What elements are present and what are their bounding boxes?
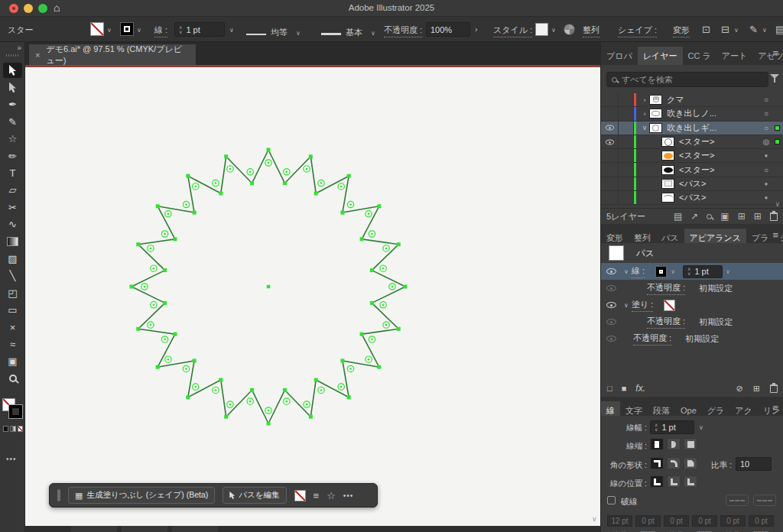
dock-top-tab-0[interactable]: プロパ [601, 47, 638, 65]
anchor-point[interactable] [314, 378, 318, 382]
stroke-panel-menu-icon[interactable]: ≡ [772, 402, 778, 414]
lock-toggle[interactable] [619, 149, 634, 162]
expand-chevron-icon[interactable]: › [640, 96, 649, 104]
opacity-value[interactable]: 初期設定 [699, 283, 733, 294]
miter-limit-value[interactable]: 10 [740, 459, 749, 469]
anchor-point[interactable] [360, 237, 364, 241]
lock-toggle[interactable] [619, 122, 634, 135]
join-miter-button[interactable] [650, 457, 664, 469]
anchor-point[interactable] [283, 181, 287, 185]
opacity-value[interactable]: 100% [430, 25, 452, 34]
stepper-icon[interactable]: ∧∨ [179, 25, 182, 34]
align-label[interactable]: 整列 [583, 24, 599, 37]
canvas[interactable] [25, 67, 600, 526]
stroke-width-chevron-icon[interactable]: ∨ [699, 424, 703, 431]
artboard-tool[interactable]: ▭ [3, 303, 22, 318]
add-stroke-icon[interactable]: □ [607, 384, 612, 393]
select-similar-chevron-icon[interactable]: ∨ [734, 27, 739, 34]
anchor-point[interactable] [130, 285, 134, 289]
select-similar-icon[interactable]: ⊟ [721, 24, 729, 35]
fill-swatch[interactable] [664, 300, 675, 311]
fill-stroke-proxy[interactable] [2, 398, 24, 421]
cap-butt-button[interactable] [650, 438, 664, 450]
dock-top-tab-2[interactable]: CC ラ [683, 47, 716, 65]
anchor-point[interactable] [156, 204, 160, 208]
expand-chevron-icon[interactable]: › [640, 110, 649, 118]
visibility-toggle[interactable] [601, 122, 619, 135]
cap-projecting-button[interactable] [684, 438, 697, 450]
brush-dropdown[interactable]: 基本 ∨ [321, 27, 375, 38]
anchor-point[interactable] [314, 191, 318, 195]
visibility-toggle[interactable] [601, 191, 619, 204]
anchor-point[interactable] [340, 211, 344, 215]
paintbrush-tool[interactable]: ✏ [3, 148, 22, 164]
curvature-tool[interactable]: ✎ [3, 114, 22, 129]
appearance-panel-menu-icon[interactable]: ≡ [772, 229, 778, 241]
align-outside-button[interactable] [684, 475, 697, 488]
lock-toggle[interactable] [619, 177, 634, 190]
visibility-toggle[interactable] [601, 302, 621, 308]
anchor-point[interactable] [283, 388, 287, 392]
width-tool[interactable]: × [3, 320, 22, 335]
anchor-point[interactable] [347, 174, 351, 178]
lock-toggle[interactable] [619, 93, 634, 106]
live-paint-bucket-tool[interactable]: ▣ [3, 354, 22, 369]
fill-label[interactable]: 塗り : [632, 299, 653, 312]
add-fill-icon[interactable]: ■ [622, 384, 627, 393]
dash-field-1[interactable]: 0 pt [635, 515, 661, 527]
stroke-proxy-swatch[interactable] [9, 405, 22, 418]
anchor-point[interactable] [163, 268, 167, 272]
dashed-line-checkbox[interactable] [607, 496, 616, 504]
style-swatch[interactable] [535, 23, 548, 36]
duplicate-item-icon[interactable]: ⊞ [753, 384, 760, 394]
anchor-point[interactable] [186, 174, 190, 178]
stepper-icon[interactable]: ∧∨ [687, 267, 690, 276]
target-indicator-icon[interactable]: ○ [760, 166, 772, 174]
scissors-tool[interactable]: ✂ [3, 200, 22, 215]
gradient-tool[interactable] [3, 234, 22, 249]
width-profile-value[interactable]: 均等 [271, 28, 288, 37]
anchor-point[interactable] [397, 327, 401, 331]
star-options-icon[interactable]: ☆ [327, 490, 336, 501]
pen-tool[interactable]: ✒ [3, 97, 22, 112]
target-indicator-icon[interactable]: ◎ [760, 138, 772, 146]
stroke-label[interactable]: 線 : [632, 265, 645, 278]
opacity-label[interactable]: 不透明度 : [384, 24, 422, 37]
dash-field-5[interactable]: 0 pt [749, 515, 774, 527]
anchor-point[interactable] [156, 365, 160, 369]
anchor-point[interactable] [309, 154, 313, 158]
dock-top-tab-4[interactable]: アセツ [752, 47, 783, 65]
target-indicator-icon[interactable]: ● [760, 194, 772, 201]
expand-tools-icon[interactable]: » [17, 44, 21, 52]
delete-item-icon[interactable] [770, 384, 778, 393]
layer-row[interactable]: ›クマ○ [601, 93, 783, 107]
miter-limit-field[interactable]: 10 [736, 457, 772, 471]
expand-chevron-icon[interactable]: ∨ [640, 124, 649, 131]
layer-name[interactable]: <スター> [679, 136, 760, 148]
anchor-point[interactable] [340, 358, 344, 362]
style-label[interactable]: スタイル : [493, 24, 532, 37]
lock-toggle[interactable] [619, 191, 634, 204]
add-effect-icon[interactable]: fx. [635, 383, 645, 394]
quick-edit-icon[interactable]: ✎ [749, 24, 758, 35]
anchor-point[interactable] [224, 415, 228, 419]
dash-field-2[interactable]: 0 pt [664, 515, 689, 527]
weight-chevron-icon[interactable]: ∨ [726, 268, 730, 275]
opacity-value[interactable]: 初期設定 [685, 333, 719, 345]
visibility-toggle[interactable] [601, 107, 619, 120]
appearance-row-fill[interactable]: ∨塗り : [601, 297, 783, 313]
selection-tool[interactable] [3, 63, 22, 78]
anchor-point[interactable] [186, 395, 190, 399]
layer-name[interactable]: <スター> [679, 164, 760, 176]
layer-row[interactable]: <スター>○ [601, 163, 783, 177]
anchor-point[interactable] [370, 268, 374, 272]
collect-for-export-icon[interactable]: ▤ [674, 211, 682, 222]
stroke-weight-label[interactable]: 線 : [154, 24, 167, 37]
anchor-point[interactable] [219, 191, 223, 195]
locate-object-icon[interactable] [707, 214, 712, 219]
appearance-row-opacity[interactable]: 不透明度 :初期設定 [601, 330, 783, 347]
fill-none-swatch[interactable] [294, 490, 306, 501]
anchor-point[interactable] [250, 181, 254, 185]
star-artwork[interactable] [25, 67, 600, 526]
appearance-row-opacity[interactable]: 不透明度 :初期設定 [601, 280, 783, 297]
